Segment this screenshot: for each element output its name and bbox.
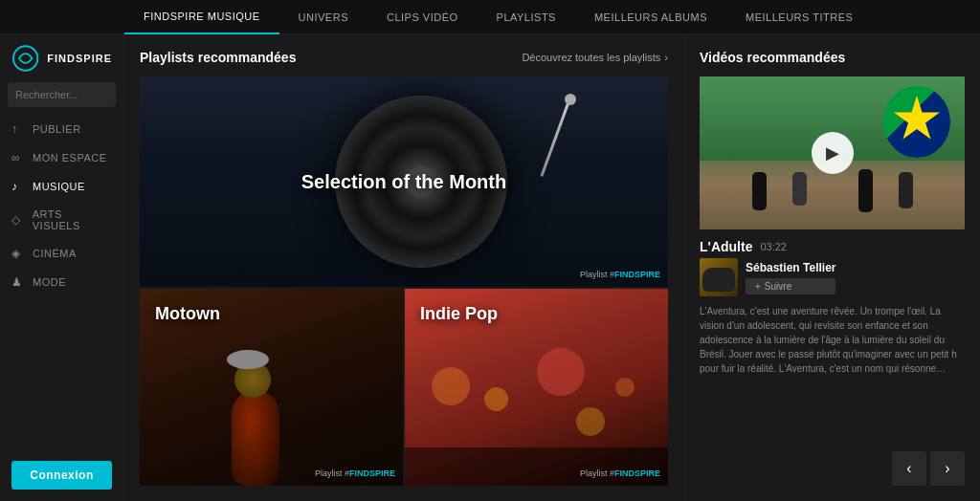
sidebar-item-publier[interactable]: ↑ PUBLIER xyxy=(0,115,123,143)
playlists-panel: Playlists recommandées Découvrez toutes … xyxy=(124,34,683,501)
video-description: L'Aventura, c'est une aventure rêvée. Un… xyxy=(700,304,965,376)
arts-icon: ◇ xyxy=(11,213,25,227)
play-button[interactable]: ▶ xyxy=(812,132,854,174)
sidebar-item-cinema[interactable]: ◈ CINÉMA xyxy=(0,239,123,268)
monespace-icon: ∞ xyxy=(11,151,25,164)
next-arrow[interactable]: › xyxy=(930,451,965,486)
search-bar[interactable]: 🔍 xyxy=(8,82,116,107)
nav-item-titres[interactable]: MEILLEURS TITRES xyxy=(726,0,872,34)
playlist-featured-badge: Playlist #FINDSPIRE xyxy=(580,270,660,279)
cinema-icon: ◈ xyxy=(11,247,25,260)
sidebar-item-arts[interactable]: ◇ ARTS VISUELS xyxy=(0,201,123,239)
playlist-grid: Selection of the Month Playlist #FINDSPI… xyxy=(140,76,668,486)
prev-arrow[interactable]: ‹ xyxy=(892,451,926,486)
main-layout: FINDSPIRE 🔍 ↑ PUBLIER ∞ MON ESPACE ♪ MUS… xyxy=(0,34,980,501)
artist-name: Sébastien Tellier xyxy=(746,261,835,274)
content-area: Playlists recommandées Découvrez toutes … xyxy=(124,34,980,501)
nav-item-albums[interactable]: MEILLEURS ALBUMS xyxy=(575,0,726,34)
playlist-bottom-row: Motown Playlist #FINDSPIRE xyxy=(140,289,668,486)
logo-area: FINDSPIRE xyxy=(0,34,123,82)
videos-title: Vidéos recommandées xyxy=(700,50,965,65)
connexion-button[interactable]: Connexion xyxy=(11,461,112,490)
video-title-row: L'Adulte 03:22 xyxy=(700,239,965,254)
video-duration: 03:22 xyxy=(760,241,787,252)
sidebar: FINDSPIRE 🔍 ↑ PUBLIER ∞ MON ESPACE ♪ MUS… xyxy=(0,34,124,501)
indiepop-badge: Playlist #FINDSPIRE xyxy=(580,468,660,478)
sidebar-label-cinema: CINÉMA xyxy=(33,248,77,259)
sidebar-menu: ↑ PUBLIER ∞ MON ESPACE ♪ MUSIQUE ◇ ARTS … xyxy=(0,115,123,296)
artist-thumbnail xyxy=(700,258,738,296)
playlists-title: Playlists recommandées xyxy=(140,50,296,65)
playlists-link[interactable]: Découvrez toutes les playlists › xyxy=(522,52,668,63)
publier-icon: ↑ xyxy=(11,122,25,136)
follow-icon: + xyxy=(755,281,761,292)
playlist-card-motown[interactable]: Motown Playlist #FINDSPIRE xyxy=(140,289,403,486)
sidebar-item-mode[interactable]: ♟ MODE xyxy=(0,268,123,296)
sidebar-label-publier: PUBLIER xyxy=(33,123,81,135)
mode-icon: ♟ xyxy=(11,275,25,289)
motown-badge: Playlist #FINDSPIRE xyxy=(315,468,395,478)
nav-item-clips[interactable]: CLIPS VIDÉO xyxy=(368,0,478,34)
artist-row: Sébastien Tellier + Suivre xyxy=(700,258,965,296)
sidebar-item-musique[interactable]: ♪ MUSIQUE xyxy=(0,172,123,201)
sidebar-label-mode: MODE xyxy=(33,276,66,288)
sidebar-label-arts: ARTS VISUELS xyxy=(33,208,112,231)
playlists-header: Playlists recommandées Découvrez toutes … xyxy=(140,50,668,65)
sidebar-label-musique: MUSIQUE xyxy=(33,181,85,192)
logo-text: FINDSPIRE xyxy=(47,53,112,64)
indiepop-title: Indie Pop xyxy=(420,304,498,324)
follow-button[interactable]: + Suivre xyxy=(746,278,835,294)
sidebar-item-monespace[interactable]: ∞ MON ESPACE xyxy=(0,143,123,172)
playlist-featured-title: Selection of the Month xyxy=(301,171,506,193)
video-title: L'Adulte xyxy=(700,239,752,254)
logo-icon xyxy=(11,44,39,73)
video-thumbnail[interactable]: ▶ xyxy=(700,76,965,229)
nav-item-playlists[interactable]: PLAYLISTS xyxy=(478,0,575,34)
musique-icon: ♪ xyxy=(11,180,25,193)
motown-title: Motown xyxy=(155,304,220,324)
videos-panel: Vidéos recommandées xyxy=(683,34,980,501)
sidebar-bottom: Connexion xyxy=(0,449,123,501)
playlist-featured[interactable]: Selection of the Month Playlist #FINDSPI… xyxy=(140,76,668,287)
artist-info: Sébastien Tellier + Suivre xyxy=(746,261,835,294)
nav-item-musique[interactable]: FINDSPIRE MUSIQUE xyxy=(124,0,279,34)
nav-item-univers[interactable]: UNIVERS xyxy=(279,0,368,34)
video-info: L'Adulte 03:22 Sébastien Tellier + Suivr… xyxy=(700,239,965,376)
sidebar-label-monespace: MON ESPACE xyxy=(33,152,107,163)
playlist-card-indiepop[interactable]: Indie Pop Playlist #FINDSPIRE xyxy=(405,289,668,486)
chevron-right-icon: › xyxy=(664,52,668,63)
top-navigation: FINDSPIRE MUSIQUE UNIVERS CLIPS VIDÉO PL… xyxy=(0,0,980,34)
nav-arrows: ‹ › xyxy=(700,444,965,486)
svg-point-0 xyxy=(13,46,37,70)
